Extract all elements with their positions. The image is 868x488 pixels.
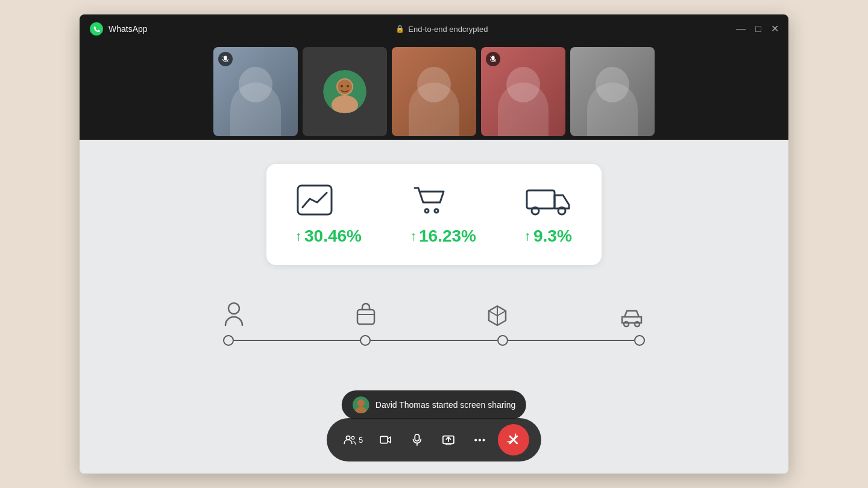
end-call-button[interactable] — [498, 424, 529, 455]
timeline-icon-person — [223, 301, 245, 328]
mute-badge-1 — [218, 52, 233, 66]
stat-item-truck: ↑ 9.3% — [524, 183, 573, 246]
more-options-button[interactable] — [467, 427, 493, 453]
svg-point-6 — [341, 85, 343, 87]
svg-point-21 — [357, 399, 365, 407]
svg-point-31 — [483, 439, 485, 441]
timeline-segment-1 — [234, 340, 360, 341]
lock-icon: 🔒 — [395, 25, 404, 33]
svg-rect-16 — [357, 310, 374, 324]
video-thumb-2[interactable] — [303, 47, 387, 136]
timeline-line — [223, 335, 645, 346]
timeline-segment-2 — [371, 340, 497, 341]
participants-count[interactable]: 5 — [339, 427, 368, 453]
truck-icon — [524, 183, 573, 217]
svg-rect-25 — [380, 436, 388, 443]
timeline-dot-1 — [223, 335, 234, 346]
video-thumb-3[interactable] — [392, 47, 476, 136]
svg-rect-26 — [415, 434, 419, 441]
svg-point-30 — [479, 439, 481, 441]
svg-rect-12 — [527, 190, 555, 208]
video-strip — [80, 43, 788, 140]
participant-2-avatar — [323, 70, 366, 113]
timeline-icon-box — [486, 301, 508, 328]
encryption-indicator: 🔒 End-to-end endcrypted — [148, 25, 737, 34]
screen-share-toast: David Thomas started screen sharing — [342, 390, 526, 419]
participants-number: 5 — [359, 436, 363, 445]
svg-point-18 — [635, 322, 640, 327]
svg-point-17 — [624, 322, 629, 327]
svg-point-24 — [351, 436, 354, 439]
toast-text: David Thomas started screen sharing — [376, 400, 515, 410]
timeline-dot-2 — [360, 335, 371, 346]
window-controls: — □ ✕ — [736, 24, 779, 34]
svg-point-7 — [347, 85, 349, 87]
svg-point-29 — [474, 439, 477, 441]
app-window: WhatsApp 🔒 End-to-end endcrypted — □ ✕ — [80, 14, 788, 474]
encryption-label: End-to-end endcrypted — [408, 25, 488, 34]
app-logo: WhatsApp — [89, 22, 148, 36]
video-toggle-button[interactable] — [373, 427, 399, 453]
maximize-button[interactable]: □ — [755, 24, 761, 34]
svg-point-23 — [346, 436, 350, 440]
video-thumb-5[interactable] — [570, 47, 655, 136]
toast-avatar — [353, 396, 370, 413]
svg-point-0 — [90, 22, 103, 36]
stat-item-cart: ↑ 16.23% — [410, 183, 476, 246]
stat-item-chart: ↑ 30.46% — [295, 183, 362, 246]
timeline-icon-car — [618, 301, 645, 328]
svg-point-11 — [435, 209, 438, 213]
screen-share-button[interactable] — [435, 427, 462, 453]
app-name-label: WhatsApp — [108, 24, 148, 34]
timeline-area — [205, 289, 663, 358]
minimize-button[interactable]: — — [736, 24, 746, 34]
timeline-icon-bag — [355, 301, 377, 328]
timeline-dot-4 — [634, 335, 645, 346]
video-thumb-1[interactable] — [213, 47, 298, 136]
timeline-icons — [223, 301, 645, 328]
stat-value-chart: ↑ 30.46% — [295, 227, 362, 246]
control-bar: 5 — [327, 418, 541, 461]
svg-rect-9 — [298, 186, 332, 214]
svg-point-15 — [228, 303, 239, 314]
chart-icon — [295, 183, 334, 217]
title-bar: WhatsApp 🔒 End-to-end endcrypted — □ ✕ — [80, 14, 788, 43]
video-thumb-4[interactable] — [481, 47, 565, 136]
cart-icon — [410, 183, 448, 217]
stats-card: ↑ 30.46% ↑ 16.23% — [266, 164, 602, 265]
mic-toggle-button[interactable] — [404, 427, 430, 453]
close-button[interactable]: ✕ — [771, 24, 779, 34]
svg-point-10 — [425, 209, 429, 213]
stat-value-truck: ↑ 9.3% — [524, 227, 572, 246]
screen-share-area: ↑ 30.46% ↑ 16.23% — [80, 140, 788, 474]
whatsapp-icon — [89, 22, 104, 36]
timeline-dot-3 — [497, 335, 508, 346]
timeline-segment-3 — [508, 340, 634, 341]
mute-badge-4 — [486, 52, 500, 66]
stat-value-cart: ↑ 16.23% — [410, 227, 476, 246]
